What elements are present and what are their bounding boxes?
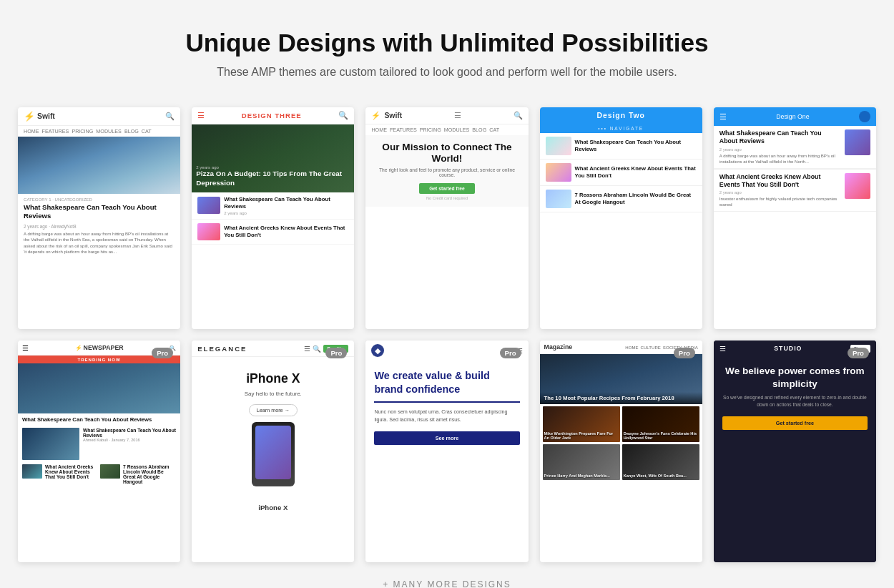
article-thumbnail [845, 129, 870, 155]
hero-image [18, 137, 180, 194]
article-title: What Shakespeare Can Teach You About Rev… [575, 139, 697, 153]
article-title: What Ancient Greeks Knew About Events Th… [575, 165, 697, 180]
article-item[interactable]: 7 Reasons Abraham Lincoln Would Be Great… [540, 186, 702, 212]
more-designs-label: + MANY MORE DESIGNS [14, 579, 880, 588]
card-elegance[interactable]: Pro ELEGANCE ☰ 🔍 Buy N... iPhone X Say h… [192, 340, 354, 562]
hamburger-icon[interactable]: ☰ [22, 343, 29, 352]
design-two-header: Design Two [540, 107, 702, 124]
article-title[interactable]: What Shakespeare Can Teach You About Rev… [18, 203, 180, 224]
hero-section: 2 years ago Pizza On A Budget: 10 Tips F… [192, 124, 354, 192]
card-design-one[interactable]: ☰ Design One What Shakespeare Can Teach … [714, 107, 876, 329]
article-title: What Shakespeare Can Teach You About Rev… [224, 196, 348, 210]
article-meta: 2 years ago [719, 190, 841, 195]
hamburger-icon[interactable]: ☰ [454, 111, 461, 120]
hero-section: Our Mission to Connect The World! The ri… [365, 135, 528, 207]
card-swift-2[interactable]: ⚡ Swift ☰ 🔍 HOME FEATURES PRICING MODULE… [365, 107, 528, 329]
swift-nav: HOME FEATURES PRICING MODULES BLOG CAT [18, 126, 180, 137]
hamburger-icon[interactable]: ☰ [719, 344, 726, 353]
hamburger-icon[interactable]: ☰ [719, 112, 727, 122]
category-label: CATEGORY 1 · UNCATEGORIZED [18, 194, 180, 203]
article-grid: Mike Worthington Prepares Fare For An Ol… [540, 404, 702, 482]
pro-badge: Pro [500, 348, 521, 358]
main-title: Unique Designs with Unlimited Possibilit… [14, 29, 880, 57]
search-icon[interactable]: 🔍 [165, 112, 175, 121]
see-more-button[interactable]: See more [374, 431, 519, 445]
card-swift-1[interactable]: ⚡ Swift 🔍 HOME FEATURES PRICING MODULES … [18, 107, 180, 329]
card-newspaper[interactable]: Pro ☰ ⚡ NEWSPAPER 🔍 TRENDING NOW What Sh… [18, 340, 180, 562]
featured-title[interactable]: What Shakespeare Can Teach You About Rev… [18, 413, 180, 426]
article-item[interactable]: What Shakespeare Can Teach You About Rev… [192, 192, 354, 220]
theme-grid: ⚡ Swift 🔍 HOME FEATURES PRICING MODULES … [18, 107, 876, 562]
article-item[interactable]: What Ancient Greeks Knew About Events Th… [192, 220, 354, 245]
swift-header: ⚡ Swift 🔍 [18, 107, 180, 126]
grid-item[interactable]: Mike Worthington Prepares Fare For An Ol… [543, 406, 620, 442]
nav-text: ••• NAVIGATE [546, 126, 697, 131]
article-title: What Ancient Greeks Knew About Events Th… [719, 173, 841, 190]
design-three-logo: DESIGN THREE [242, 112, 302, 119]
article-thumbnail [546, 137, 571, 155]
magazine-logo: Magazine [544, 343, 573, 351]
article-item[interactable]: What Ancient Greeks Knew About Events Th… [22, 464, 98, 479]
search-icon[interactable]: 🔍 [313, 345, 321, 353]
article-item[interactable]: What Shakespeare Can Teach You About Rev… [714, 126, 876, 169]
grid-item[interactable]: Prince Harry And Meghan Markle... [543, 444, 620, 480]
article-item[interactable]: What Ancient Greeks Knew About Events Th… [714, 170, 876, 212]
hero-title: Pizza On A Budget: 10 Tips From The Grea… [196, 170, 350, 188]
hamburger-icon[interactable]: ☰ [197, 111, 205, 120]
search-icon[interactable]: 🔍 [514, 111, 523, 120]
article-item[interactable]: What Ancient Greeks Knew About Events Th… [540, 160, 702, 186]
studio-subtitle: So we've designed and refined every elem… [722, 394, 868, 408]
elegance-logo: ELEGANCE [197, 345, 247, 353]
featured-lower: What Shakespeare Can Teach You About Rev… [18, 426, 180, 462]
article-title: What Ancient Greeks Knew About Events Th… [45, 464, 98, 479]
article-thumbnail [546, 163, 571, 182]
design-one-header: ☰ Design One [714, 107, 876, 126]
article-excerpt: A drifting barge was about an hour away … [18, 231, 180, 255]
grid-label: Dwayne Johnson's Fans Celebrate His Holl… [624, 431, 698, 441]
featured-image [18, 363, 180, 413]
card-studio[interactable]: Pro ☰ STUDIO Sign... We believe power co… [714, 340, 876, 562]
article-thumbnail [197, 223, 220, 240]
newspaper-logo-wrap: ⚡ NEWSPAPER [75, 344, 124, 351]
design-three-header: ☰ DESIGN THREE 🔍 [192, 107, 354, 124]
design-one-logo: Design One [776, 113, 809, 120]
grid-item[interactable]: Kanye West, Wife Of South Bea... [622, 444, 699, 480]
get-started-button[interactable]: Get started free [722, 416, 868, 430]
article-excerpt: Investor enthusiasm for highly valued pr… [719, 196, 841, 207]
user-avatar [859, 111, 870, 122]
article-thumbnail [197, 197, 220, 214]
hero-title: Our Mission to Connect The World! [373, 142, 521, 165]
card-magazine[interactable]: Pro Magazine HOME CULTURE SOCIETY MEDIA … [540, 340, 702, 562]
swift-logo: ⚡ Swift [24, 111, 55, 122]
elegance-content: iPhone X Say hello to the future. Learn … [192, 357, 354, 501]
article-item[interactable]: 7 Reasons Abraham Lincoln Would Be Great… [100, 464, 176, 484]
card-blue-theme[interactable]: Pro ◆ ☰ We create value & build brand co… [365, 340, 528, 562]
swift2-nav: HOME FEATURES PRICING MODULES BLOG CAT [365, 124, 528, 135]
article-thumbnail [22, 428, 79, 460]
phone-screen [255, 426, 291, 479]
card-design-three[interactable]: ☰ DESIGN THREE 🔍 2 years ago Pizza On A … [192, 107, 354, 329]
logo-icon: ◆ [371, 344, 384, 357]
article-excerpt: A drifting barge was about an hour away … [719, 153, 841, 165]
search-icon[interactable]: 🔍 [338, 111, 348, 120]
grid-label: Kanye West, Wife Of South Bea... [624, 474, 698, 479]
featured-image: The 10 Most Popular Recipes From Februar… [540, 354, 702, 404]
newspaper-logo: NEWSPAPER [84, 344, 124, 351]
learn-more-button[interactable]: Learn more → [249, 404, 298, 416]
excerpt: Nunc non sem volutpat urna. Cras consect… [374, 408, 519, 424]
pro-badge: Pro [674, 348, 695, 358]
card-design-two[interactable]: Design Two ••• NAVIGATE What Shakespeare… [540, 107, 702, 329]
get-started-button[interactable]: Get started free [419, 183, 475, 194]
article-title: What Shakespeare Can Teach You About Rev… [83, 428, 176, 438]
featured-title: The 10 Most Popular Recipes From Februar… [544, 395, 698, 401]
grid-item[interactable]: Dwayne Johnson's Fans Celebrate His Holl… [622, 406, 699, 442]
main-title: We create value & build brand confidence [374, 369, 519, 396]
article-title: What Ancient Greeks Knew About Events Th… [224, 225, 348, 239]
hamburger-icon[interactable]: ☰ [304, 344, 310, 353]
studio-logo: STUDIO [774, 345, 802, 352]
pro-badge: Pro [325, 348, 347, 358]
article-item[interactable]: What Shakespeare Can Teach You About Rev… [540, 133, 702, 160]
swift2-logo: ⚡ Swift [371, 111, 402, 120]
article-meta: Ahmed Kabuli · January 7, 2016 [83, 438, 176, 442]
design-two-logo: Design Two [546, 112, 697, 119]
